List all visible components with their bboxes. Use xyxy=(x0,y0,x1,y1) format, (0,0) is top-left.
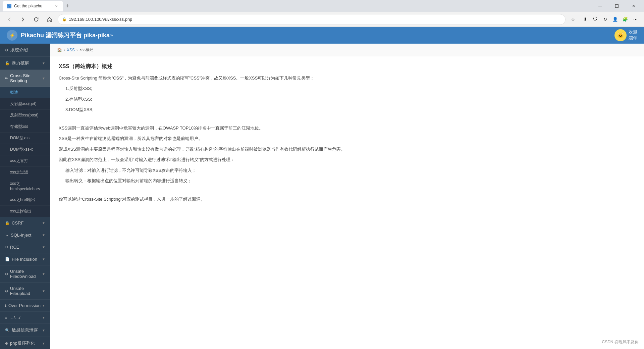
back-button[interactable] xyxy=(4,14,15,25)
csrf-arrow: ▼ xyxy=(42,221,45,225)
user-avatar: 🐱 xyxy=(614,29,627,41)
xss-js-label: xss之js输出 xyxy=(10,209,31,213)
url-text: 192.168.100.100/vul/xss/xss.php xyxy=(69,17,132,22)
sidebar-sensitive-info-label: 敏感信息泄露 xyxy=(12,327,38,333)
breadcrumb-home-icon[interactable]: 🏠 xyxy=(57,48,62,52)
xss-overview-label: 概述 xyxy=(10,90,18,95)
sidebar-xss-label: Cross-Site Scripting xyxy=(10,73,42,83)
sidebar-unsafe-fileupload-label: Unsafe Fileupload xyxy=(10,286,42,296)
content-p4: 形成XSS漏洞的主要原因是程序对输入和输出没有做合适的处理，导致"精心构造"的字… xyxy=(59,145,636,153)
dots-icon: ≡ xyxy=(5,316,7,320)
dom-xss-label: DOM型xss xyxy=(10,136,30,140)
content-p5: 因此在XSS漏洞的防范上，一般会采用"对输入进行过滤"和"输出进行转义"的方式进… xyxy=(59,156,636,163)
sidebar-item-dots[interactable]: ≡ …/…/ ▼ xyxy=(0,312,50,324)
sidebar-sub-dom-xss[interactable]: DOM型xss xyxy=(0,133,50,144)
main-content: 🏠 › XSS › xss概述 XSS（跨站脚本）概述 Cross-Site S… xyxy=(50,44,644,349)
xss-blind-label: xss之盲打 xyxy=(10,158,28,163)
brute-force-icon: 🔓 xyxy=(5,61,10,65)
php-serialize-icon: ⊙ xyxy=(5,341,8,346)
file-inclusion-arrow: ▼ xyxy=(42,257,45,261)
sidebar-sub-reflected-get[interactable]: 反射型xss(get) xyxy=(0,98,50,110)
sidebar-sql-label: SQL-Inject xyxy=(11,233,31,238)
sql-icon: → xyxy=(5,233,9,237)
forward-button[interactable] xyxy=(17,14,28,25)
reflected-get-label: 反射型xss(get) xyxy=(10,101,37,106)
system-intro-icon: ⚙ xyxy=(5,48,8,52)
bookmark-button[interactable]: ☆ xyxy=(568,15,578,24)
content-type3: 3.DOM型XSS; xyxy=(65,106,636,113)
sidebar-item-sensitive-info[interactable]: 🔍 敏感信息泄露 ▼ xyxy=(0,324,50,337)
home-button[interactable] xyxy=(44,14,55,25)
sidebar-sub-dom-xss-x[interactable]: DOM型xss-x xyxy=(0,144,50,155)
sidebar-dots-label: …/…/ xyxy=(9,315,20,320)
sidebar-item-sql-inject[interactable]: → SQL-Inject ▼ xyxy=(0,229,50,241)
xss-href-label: xss之href输出 xyxy=(10,197,35,202)
ext-more[interactable]: ⋯ xyxy=(631,15,640,24)
app-title: Pikachu 漏洞练习平台 pika-pika~ xyxy=(21,31,113,39)
sidebar-item-php-serialize[interactable]: ⊙ php反序列化 ▼ xyxy=(0,337,50,349)
ext-download[interactable]: ⬇ xyxy=(580,15,590,24)
stored-xss-label: 存储型xss xyxy=(10,124,28,129)
sidebar-sub-stored-xss[interactable]: 存储型xss xyxy=(0,121,50,133)
over-permission-icon: ℹ xyxy=(5,303,6,308)
ext-person[interactable]: 👤 xyxy=(610,15,620,24)
sidebar-item-file-inclusion[interactable]: 📄 File Inclusion ▼ xyxy=(0,253,50,265)
sidebar-sub-xss-htmlspecialchars[interactable]: xss之htmlspecialchars xyxy=(0,178,50,194)
reload-button[interactable] xyxy=(31,14,42,25)
sidebar-item-rce[interactable]: ✂ RCE ▼ xyxy=(0,241,50,253)
breadcrumb-sep2: › xyxy=(76,48,78,52)
sidebar-item-brute-force[interactable]: 🔓 暴力破解 ▼ xyxy=(0,57,50,70)
sidebar-item-unsafe-fileupload[interactable]: ⊙ Unsafe Fileupload ▼ xyxy=(0,283,50,300)
content-type1: 1.反射型XSS; xyxy=(65,85,636,92)
content-p1: Cross-Site Scripting 简称为"CSS"，为避免与前端叠成样式… xyxy=(59,74,636,82)
content-text: Cross-Site Scripting 简称为"CSS"，为避免与前端叠成样式… xyxy=(59,74,636,203)
sidebar-item-system-intro[interactable]: ⚙ 系统介绍 xyxy=(0,44,50,57)
address-bar[interactable]: 🔒 192.168.100.100/vul/xss/xss.php xyxy=(58,14,566,25)
sidebar-php-serialize-label: php反序列化 xyxy=(10,340,35,346)
svg-rect-0 xyxy=(598,6,602,6)
sidebar-sub-xss-js[interactable]: xss之js输出 xyxy=(0,206,50,217)
minimize-button[interactable] xyxy=(592,1,608,11)
xss-htmlspecialchars-label: xss之htmlspecialchars xyxy=(10,181,40,191)
tab-title: Get the pikachu xyxy=(14,4,42,8)
sidebar-item-unsafe-filedownload[interactable]: ⊙ Unsafe Filedownload ▼ xyxy=(0,265,50,283)
unsafe-filedownload-arrow: ▼ xyxy=(42,272,45,276)
maximize-button[interactable] xyxy=(609,1,625,11)
sidebar-item-xss[interactable]: ✏ Cross-Site Scripting ▼ xyxy=(0,70,50,87)
sidebar-sub-xss-blind[interactable]: xss之盲打 xyxy=(0,155,50,167)
over-permission-arrow: ▼ xyxy=(42,304,45,307)
svg-rect-1 xyxy=(615,5,619,8)
content-p2: XSS漏洞一直被评估为web漏洞中危害较大的漏洞，在OWASP TOP10的排名… xyxy=(59,124,636,132)
browser-tab[interactable]: 🐾 Get the pikachu ✕ xyxy=(3,1,63,11)
sidebar-sub-xss-overview[interactable]: 概述 xyxy=(0,87,50,98)
sidebar-item-csrf[interactable]: 🔒 CSRF ▼ xyxy=(0,217,50,229)
sidebar-sub-xss-filter[interactable]: xss之过滤 xyxy=(0,167,50,178)
dom-xss-x-label: DOM型xss-x xyxy=(10,147,33,152)
sidebar-rce-label: RCE xyxy=(10,245,19,250)
tab-favicon: 🐾 xyxy=(7,4,11,8)
user-label: 欢迎端年 xyxy=(629,29,637,41)
sidebar-csrf-label: CSRF xyxy=(12,220,23,226)
new-tab-button[interactable]: + xyxy=(63,1,72,11)
sidebar-brute-force-label: 暴力破解 xyxy=(12,60,29,66)
tab-close-button[interactable]: ✕ xyxy=(54,3,59,9)
sidebar-file-inclusion-label: File Inclusion xyxy=(12,257,37,262)
ext-refresh[interactable]: ↻ xyxy=(600,15,610,24)
breadcrumb-xss-link[interactable]: XSS xyxy=(67,48,75,52)
ext-puzzle[interactable]: 🧩 xyxy=(621,15,630,24)
content-area: XSS（跨站脚本）概述 Cross-Site Scripting 简称为"CSS… xyxy=(50,56,644,212)
sidebar-sub-reflected-post[interactable]: 反射型xss(post) xyxy=(0,110,50,121)
rce-icon: ✂ xyxy=(5,245,8,249)
content-p6: 你可以通过"Cross-Site Scripting"对应的测试栏目，来进一步的… xyxy=(59,195,636,203)
sidebar-item-over-permission[interactable]: ℹ Over Permission ▼ xyxy=(0,300,50,312)
ext-shield[interactable]: 🛡 xyxy=(590,15,600,24)
breadcrumb-current: xss概述 xyxy=(79,47,94,53)
reflected-post-label: 反射型xss(post) xyxy=(10,113,39,117)
xss-arrow: ▼ xyxy=(42,77,45,80)
brute-force-arrow: ▼ xyxy=(42,61,45,65)
close-window-button[interactable]: ✕ xyxy=(626,1,641,11)
sidebar-sub-xss-href[interactable]: xss之href输出 xyxy=(0,194,50,206)
breadcrumb-sep1: › xyxy=(64,48,65,52)
sidebar-over-permission-label: Over Permission xyxy=(8,303,41,308)
sensitive-info-icon: 🔍 xyxy=(5,328,10,333)
